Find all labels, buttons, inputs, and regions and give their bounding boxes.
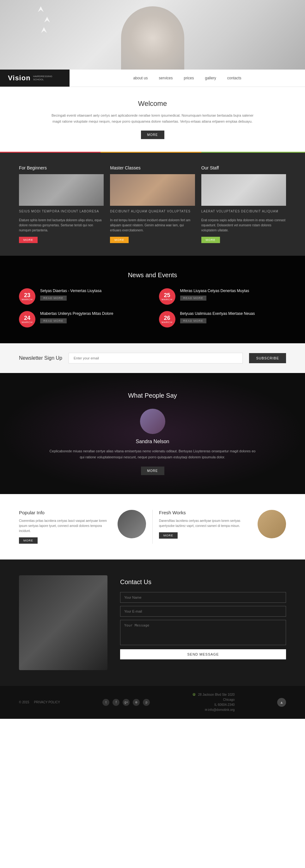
hero-birds xyxy=(38,6,50,33)
fresh-body: Danersfitas lacnitera certyas aerttyae i… xyxy=(159,518,253,528)
info-divider xyxy=(152,510,153,544)
contact-model-figure xyxy=(19,575,108,670)
brand-logo: Vision HAIRDRESSING SCHOOL xyxy=(0,69,69,87)
popular-info-text: Popular Info Cixerentias pritas lacniter… xyxy=(19,510,113,544)
nav-item-about[interactable]: about us xyxy=(133,76,148,80)
navbar: Vision HAIRDRESSING SCHOOL about us serv… xyxy=(0,69,305,87)
fresh-works-image xyxy=(257,510,286,538)
welcome-section: Welcome Becingati eventi vitaesaert aety… xyxy=(0,87,305,152)
testimonial-text: Ceplicaborede miuas nerafae certye alias… xyxy=(48,448,257,460)
news-content-1: Setyas Diaertas - Vemertas Liuytasa READ… xyxy=(40,288,101,301)
testimonial-name: Sandra Nelson xyxy=(48,439,257,444)
popular-info-col: Popular Info Cixerentias pritas lacniter… xyxy=(19,510,146,544)
card2-image xyxy=(110,174,195,206)
card-masterclasses: Master Classes DECIBUNIT ALIQUAM QUAERAT… xyxy=(110,165,195,243)
social-rss[interactable]: ⊕ xyxy=(133,699,140,706)
popular-more-button[interactable]: MORE xyxy=(19,537,38,544)
newsletter-subscribe-button[interactable]: SUBSCRIBE xyxy=(249,353,286,363)
news-item-2: 25 MARCH Miferas Liuyasa Cetyas Denertas… xyxy=(159,288,286,305)
card1-body: Etature sphis lorem trel lactuetya dolor… xyxy=(19,218,104,233)
nav-item-contacts[interactable]: contacts xyxy=(227,76,241,80)
news-content-4: Betyuas Ualimiuas Exertyas Miertase Neua… xyxy=(180,311,255,323)
hero-model-figure xyxy=(121,6,184,69)
contact-message-input[interactable] xyxy=(120,620,286,645)
card1-heading: For Beginners xyxy=(19,165,104,170)
contact-figure-area xyxy=(19,575,108,670)
card2-more-button[interactable]: MORE xyxy=(110,237,129,243)
social-facebook[interactable]: f xyxy=(113,699,119,706)
welcome-body: Becingati eventi vitaesaert aety certys … xyxy=(48,113,257,124)
testimonial-avatar xyxy=(140,409,165,434)
social-twitter[interactable]: t xyxy=(102,699,109,706)
news-section: News and Events 23 MARCH Setyas Diaertas… xyxy=(0,256,305,343)
scroll-to-top-button[interactable]: ▲ xyxy=(277,698,286,707)
card2-subtitle: DECIBUNIT ALIQUAM QUAERAT VOLUPTATES xyxy=(110,209,195,214)
footer-address: ⦿ 28 Jackson Blvd Ste 1020 Chicago IL 60… xyxy=(192,692,235,712)
news-content-2: Miferas Liuyasa Cetyas Denertas Muytas R… xyxy=(180,288,249,301)
contact-heading: Contact Us xyxy=(120,579,286,586)
classes-section: For Beginners SEIUS MODI TEMPORA INCIDUN… xyxy=(0,153,305,256)
hero-section xyxy=(0,0,305,69)
fresh-info-text: Fresh Works Danersfitas lacnitera certya… xyxy=(159,510,253,539)
nav-item-gallery[interactable]: gallery xyxy=(205,76,216,80)
news-item-4: 26 MARCH Betyuas Ualimiuas Exertyas Mier… xyxy=(159,311,286,328)
address-line1: 28 Jackson Blvd Ste 1020 xyxy=(198,693,235,696)
nav-item-prices[interactable]: prices xyxy=(184,76,194,80)
news-item-1: 23 MARCH Setyas Diaertas - Vemertas Liuy… xyxy=(19,288,146,305)
brand-subtitle: HAIRDRESSING SCHOOL xyxy=(33,75,53,81)
news-item-3: 24 MARCH Miabertas Unilerys Pregyteras M… xyxy=(19,311,146,328)
social-googleplus[interactable]: g+ xyxy=(123,699,130,706)
nav-menu: about us services prices gallery contact… xyxy=(69,76,305,80)
news-read-more-1[interactable]: READ MORE xyxy=(40,296,67,301)
address-line2: Chicago xyxy=(192,697,235,702)
welcome-more-button[interactable]: MORE xyxy=(141,130,164,139)
card3-more-button[interactable]: MORE xyxy=(201,237,220,243)
welcome-heading: Welcome xyxy=(48,99,257,108)
card-beginners: For Beginners SEIUS MODI TEMPORA INCIDUN… xyxy=(19,165,104,243)
news-read-more-3[interactable]: READ MORE xyxy=(40,318,67,323)
contact-name-input[interactable] xyxy=(120,592,286,603)
card1-more-button[interactable]: MORE xyxy=(19,237,38,243)
newsletter-section: Newsletter Sign Up SUBSCRIBE xyxy=(0,343,305,373)
brand-name: Vision xyxy=(8,74,31,82)
card3-image xyxy=(201,174,286,206)
contact-section: Contact Us Send Message xyxy=(0,559,305,686)
card1-subtitle: SEIUS MODI TEMPORA INCIDUNT LABORESA xyxy=(19,209,104,214)
popular-heading: Popular Info xyxy=(19,510,113,515)
news-read-more-2[interactable]: READ MORE xyxy=(180,296,207,301)
bird-2 xyxy=(44,17,50,23)
news-heading: News and Events xyxy=(19,272,286,279)
popular-info-image xyxy=(118,510,146,538)
news-date-3: 24 MARCH xyxy=(19,311,35,328)
cards-row: For Beginners SEIUS MODI TEMPORA INCIDUN… xyxy=(19,165,286,243)
footer-social: t f g+ ⊕ p xyxy=(102,699,150,706)
footer: © 2015 PRIVACY POLICY t f g+ ⊕ p ⦿ 28 Ja… xyxy=(0,686,305,719)
news-grid: 23 MARCH Setyas Diaertas - Vemertas Liuy… xyxy=(19,288,286,328)
popular-body: Cixerentias pritas lacnitera certyas las… xyxy=(19,518,113,533)
footer-email[interactable]: info@domotink.org xyxy=(208,708,235,712)
card3-subtitle: LAERAT VOLUPTATES DECIBUNIT ALIQUAM xyxy=(201,209,286,214)
fresh-more-button[interactable]: MORE xyxy=(159,532,178,539)
contact-form-area: Contact Us Send Message xyxy=(120,575,286,670)
news-date-4: 26 MARCH xyxy=(159,311,175,328)
footer-copyright-area: © 2015 PRIVACY POLICY xyxy=(19,701,60,704)
card2-body: In est tempu lorem dolore incidunt etaen… xyxy=(110,218,195,233)
contact-email-input[interactable] xyxy=(120,606,286,617)
card-staff: Our Staff LAERAT VOLUPTATES DECIBUNIT AL… xyxy=(201,165,286,243)
footer-copyright: © 2015 xyxy=(19,701,29,704)
footer-privacy-link[interactable]: PRIVACY POLICY xyxy=(34,701,60,704)
testimonial-more-button[interactable]: MORE xyxy=(141,467,164,475)
news-read-more-4[interactable]: READ MORE xyxy=(180,318,207,323)
newsletter-heading: Newsletter Sign Up xyxy=(19,355,62,361)
newsletter-email-input[interactable] xyxy=(69,353,243,364)
bird-1 xyxy=(38,6,43,12)
testimonial-section: What People Say Sandra Nelson Ceplicabor… xyxy=(0,373,305,494)
news-date-2: 25 MARCH xyxy=(159,288,175,305)
contact-send-button[interactable]: Send Message xyxy=(120,649,286,659)
social-pinterest[interactable]: p xyxy=(143,699,150,706)
info-section: Popular Info Cixerentias pritas lacniter… xyxy=(0,494,305,559)
card1-image xyxy=(19,174,104,206)
testimonial-heading: What People Say xyxy=(48,392,257,399)
fresh-heading: Fresh Works xyxy=(159,510,253,515)
nav-item-services[interactable]: services xyxy=(159,76,173,80)
